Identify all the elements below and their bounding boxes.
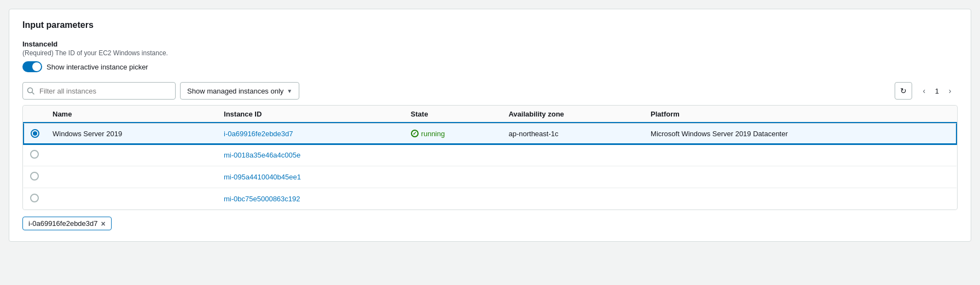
- chevron-down-icon: ▼: [287, 88, 292, 94]
- toolbar-left: Show managed instances only ▼: [22, 82, 299, 100]
- radio-button[interactable]: [30, 150, 39, 159]
- selected-instance-tag: i-0a69916fe2ebde3d7 ×: [22, 217, 112, 230]
- instance-id-cell: mi-0bc75e5000863c192: [217, 188, 404, 210]
- tag-close-button[interactable]: ×: [101, 220, 106, 228]
- panel-title: Input parameters: [22, 20, 958, 30]
- table-row[interactable]: mi-0018a35e46a4c005e: [24, 144, 956, 166]
- running-icon: ✓: [411, 130, 419, 137]
- running-state: ✓ running: [411, 130, 496, 138]
- prev-page-button[interactable]: ‹: [917, 83, 932, 98]
- az-cell: [502, 166, 644, 188]
- prev-icon: ‹: [923, 86, 925, 95]
- radio-button[interactable]: [30, 194, 39, 202]
- instance-name-cell: [46, 166, 217, 188]
- param-description: (Required) The ID of your EC2 Windows in…: [22, 49, 958, 57]
- state-cell: ✓ running: [404, 123, 502, 144]
- toggle-label: Show interactive instance picker: [47, 63, 148, 71]
- refresh-button[interactable]: ↻: [895, 82, 912, 100]
- radio-button[interactable]: [31, 129, 39, 138]
- radio-button[interactable]: [30, 172, 39, 181]
- toolbar-right: ↻ ‹ 1 ›: [895, 82, 958, 100]
- selected-tag-row: i-0a69916fe2ebde3d7 ×: [22, 217, 958, 230]
- instance-id-cell: i-0a69916fe2ebde3d7: [217, 123, 404, 144]
- page-number: 1: [935, 87, 939, 95]
- col-header-platform: Platform: [644, 106, 956, 123]
- col-header-state: State: [404, 106, 502, 123]
- instance-id-cell: mi-095a4410040b45ee1: [217, 166, 404, 188]
- instances-table: Name Instance ID State Availability zone…: [23, 106, 957, 210]
- az-cell: ap-northeast-1c: [502, 123, 644, 144]
- search-input[interactable]: [22, 82, 176, 100]
- platform-cell: [644, 188, 956, 210]
- toolbar-row: Show managed instances only ▼ ↻ ‹ 1 ›: [22, 82, 958, 100]
- radio-cell[interactable]: [24, 188, 46, 210]
- search-icon: [27, 87, 34, 95]
- radio-cell[interactable]: [24, 123, 46, 144]
- input-parameters-panel: Input parameters InstanceId (Required) T…: [9, 9, 971, 242]
- col-header-name: Name: [46, 106, 217, 123]
- platform-cell: [644, 166, 956, 188]
- az-cell: [502, 144, 644, 166]
- state-cell: [404, 144, 502, 166]
- instance-picker-toggle[interactable]: [22, 61, 42, 72]
- param-label: InstanceId: [22, 40, 958, 48]
- table-header-row: Name Instance ID State Availability zone…: [24, 106, 956, 123]
- radio-cell[interactable]: [24, 166, 46, 188]
- table-body: Windows Server 2019i-0a69916fe2ebde3d7✓ …: [24, 123, 956, 210]
- toggle-row: Show interactive instance picker: [22, 61, 958, 72]
- instance-name-cell: [46, 188, 217, 210]
- az-cell: [502, 188, 644, 210]
- table-row[interactable]: mi-0bc75e5000863c192: [24, 188, 956, 210]
- instances-table-container: Name Instance ID State Availability zone…: [22, 105, 958, 210]
- state-cell: [404, 166, 502, 188]
- svg-line-1: [32, 92, 34, 95]
- platform-cell: [644, 144, 956, 166]
- selected-instance-id: i-0a69916fe2ebde3d7: [28, 219, 98, 228]
- dropdown-label: Show managed instances only: [187, 87, 283, 95]
- instance-id-cell: mi-0018a35e46a4c005e: [217, 144, 404, 166]
- next-page-button[interactable]: ›: [942, 83, 958, 98]
- state-cell: [404, 188, 502, 210]
- col-header-az: Availability zone: [502, 106, 644, 123]
- next-icon: ›: [949, 86, 952, 95]
- refresh-icon: ↻: [900, 86, 907, 95]
- instance-name-cell: Windows Server 2019: [46, 123, 217, 144]
- table-row[interactable]: Windows Server 2019i-0a69916fe2ebde3d7✓ …: [24, 123, 956, 144]
- radio-cell[interactable]: [24, 144, 46, 166]
- platform-cell: Microsoft Windows Server 2019 Datacenter: [644, 123, 956, 144]
- managed-instances-dropdown[interactable]: Show managed instances only ▼: [180, 82, 299, 100]
- search-wrapper: [22, 82, 176, 100]
- instance-name-cell: [46, 144, 217, 166]
- col-header-instance-id: Instance ID: [217, 106, 404, 123]
- pagination: ‹ 1 ›: [917, 83, 958, 98]
- table-row[interactable]: mi-095a4410040b45ee1: [24, 166, 956, 188]
- col-header-radio: [24, 106, 46, 123]
